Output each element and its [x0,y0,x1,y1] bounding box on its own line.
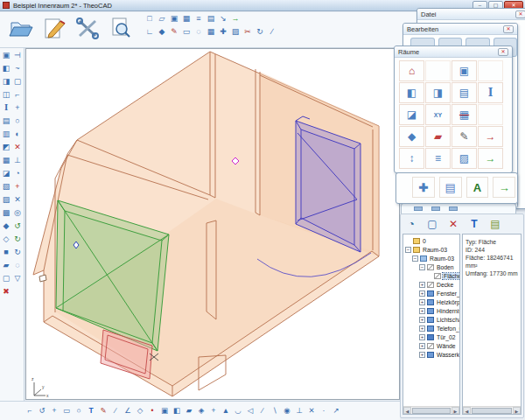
view-tool-icon[interactable]: ▰ [1,260,11,270]
left-arrow-icon[interactable]: ◁ [245,406,256,416]
tree-item-Decke[interactable]: +Decke [403,280,459,289]
move-icon[interactable]: + [208,406,219,416]
gem-icon[interactable]: ◈ [196,406,206,416]
line-icon[interactable]: ∕ [110,406,121,416]
room-3d-icon[interactable]: ▣ [452,60,477,81]
refresh-icon[interactable]: ↻ [12,247,23,257]
rect-tool-icon[interactable]: ▢ [12,76,23,87]
export-icon[interactable]: ↘ [218,13,228,24]
measure-icon[interactable]: ↗ [331,406,341,416]
add-red-tool-icon[interactable]: + [12,181,23,192]
tools-icon[interactable]: ✚ [218,26,228,37]
tree-item-Fenster_01[interactable]: +Fenster_01 [403,289,459,298]
column-tool-icon[interactable]: I [1,102,11,113]
half-rotate-icon[interactable]: ◐ [12,129,23,139]
redo-icon[interactable]: ↻ [12,234,23,244]
expand-icon[interactable]: + [419,282,425,288]
point-icon[interactable]: • [147,406,158,416]
exit-icon[interactable]: → [230,13,241,24]
scroll-right-icon[interactable]: ▶ [452,407,459,414]
tree-item-Wände[interactable]: +Wände [403,341,459,350]
axis-cross-icon[interactable]: ✕ [12,194,23,205]
apply-icon[interactable]: → [478,148,503,169]
palette-bearbeiten-titlebar[interactable]: Bearbeiten ✕ [403,24,517,35]
hatch-tool-icon[interactable]: ▩ [1,207,11,218]
perpendicular-icon[interactable]: ⊥ [294,406,304,416]
open-project-button[interactable] [7,15,35,45]
line-icon[interactable]: ∕ [267,26,277,37]
layer-tool-icon[interactable]: ▢ [1,273,11,284]
perpendicular-tool-icon[interactable]: ⊥ [12,155,23,165]
pan-icon[interactable]: ✚ [412,177,435,198]
tree-item-Fläche[interactable]: Fläche [403,271,459,280]
zoom-region-icon[interactable]: ▢ [425,217,439,230]
roof-tool-icon[interactable]: ◩ [1,142,11,152]
palette-datei-titlebar[interactable]: Datei ✕ [417,9,525,20]
palette-raeume-close-icon[interactable]: ✕ [498,48,508,56]
world-icon[interactable]: ◔ [404,217,418,230]
scroll-left-icon[interactable]: ◀ [403,407,411,414]
palette-datei-close-icon[interactable]: ✕ [515,10,525,18]
expand-icon[interactable]: + [419,290,425,297]
tree-item-Telefon_01[interactable]: +Telefon_01 [403,324,459,332]
pen-icon[interactable]: ✎ [98,406,108,416]
expand-icon[interactable]: + [419,317,425,323]
settings-tools-button[interactable] [74,15,102,45]
text-icon[interactable]: T [86,406,96,416]
arc-icon[interactable]: ↺ [37,406,47,416]
delete-red-tool-icon[interactable]: ✖ [1,286,11,297]
tree-horizontal-scrollbar[interactable]: ◀ ▶ [403,406,459,414]
radiator-icon[interactable]: ▤ [452,82,477,103]
text-tool-icon[interactable]: ▨ [1,194,11,205]
task-list-icon[interactable]: ≡ [193,13,204,24]
image-icon[interactable]: ▨ [230,26,241,37]
group-tool-icon[interactable]: ◇ [1,234,11,244]
erase-tool-icon[interactable]: ✕ [12,142,23,152]
tree-item-Boden[interactable]: −Boden [403,262,459,271]
slash-icon[interactable]: ∕ [257,406,268,416]
paste-icon[interactable]: ◧ [172,406,182,416]
dot-icon[interactable]: · [318,406,329,416]
tree-item-Tür_02[interactable]: +Tür_02 [403,332,459,341]
panel-red-icon[interactable]: ▰ [425,126,451,147]
scissors-icon[interactable]: ✂ [242,26,253,37]
collapse-icon[interactable]: − [412,256,418,262]
center-circle-icon[interactable]: ◉ [282,406,292,416]
door-tool-icon[interactable]: ◫ [1,89,11,100]
beam-tool-icon[interactable]: ▤ [1,116,11,126]
tree-item-Heizkörper_0[interactable]: +Heizkörper_0 [403,298,459,306]
plus-icon[interactable]: + [49,406,60,416]
tree-item-0[interactable]: 0 [403,236,459,245]
polygon-icon[interactable]: ◇ [135,406,145,416]
delete-icon[interactable]: ✕ [306,406,317,416]
wall-left-icon[interactable]: ◧ [399,82,424,103]
expand-icon[interactable]: + [419,299,425,305]
undo-icon[interactable]: ↺ [12,220,23,231]
tree-item-Raum-03[interactable]: −Raum-03 [403,254,459,262]
backslash-icon[interactable]: ∖ [270,406,280,416]
volume-icon[interactable]: ◆ [399,126,424,147]
door-icon[interactable]: ◪ [399,104,424,125]
column-icon[interactable]: I [478,82,503,103]
export-red-icon[interactable]: → [478,126,503,147]
spline-tool-icon[interactable]: ~ [12,63,23,74]
tree-item-Raum-03[interactable]: −Raum-03 [403,245,459,254]
move-tool-icon[interactable]: + [12,102,23,113]
xy-position-icon[interactable]: XY [425,104,451,125]
save-icon[interactable]: ▣ [169,13,179,24]
scroll-thumb[interactable] [412,408,451,414]
expand-icon[interactable]: + [419,352,425,358]
cloud-tool-icon[interactable]: ◌ [12,260,23,270]
edit-drawing-button[interactable] [40,15,68,45]
window-tool-icon[interactable]: ◨ [1,76,11,87]
tree-item-Wasserkomb[interactable]: +Wasserkomb [403,350,459,359]
drawing-area[interactable]: z y x [25,48,400,400]
wall-right-icon[interactable]: ◨ [425,82,451,103]
collapse-icon[interactable]: − [405,247,411,253]
palette-bearbeiten-close-icon[interactable]: ✕ [503,25,514,33]
new-file-icon[interactable]: □ [144,13,155,24]
scroll-left-icon[interactable]: ◀ [463,407,471,414]
expand-icon[interactable]: + [419,326,425,332]
down-tool-icon[interactable]: ▽ [12,273,23,284]
palette-raeume-titlebar[interactable]: Räume ✕ [395,46,512,58]
